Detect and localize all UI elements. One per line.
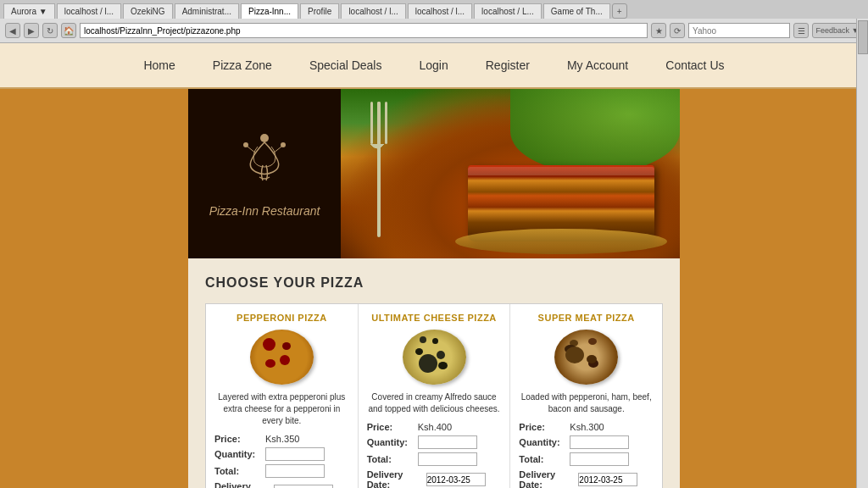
pepperoni-quantity-label: Quantity: [214, 449, 265, 459]
svg-line-2 [273, 147, 281, 153]
meat-desc: Loaded with pepperoni, ham, beef, bacon … [519, 391, 654, 415]
bookmark-button[interactable]: ★ [651, 23, 666, 38]
food-visual [341, 89, 680, 258]
hero-banner: Pizza-Inn Restaurant [188, 89, 680, 258]
meat-total-input[interactable] [570, 452, 629, 466]
nav-pizza-zone[interactable]: Pizza Zone [194, 43, 291, 87]
pepperoni-quantity-input[interactable] [265, 447, 325, 461]
pepperoni-total-label: Total: [214, 466, 265, 476]
pepperoni-image [250, 330, 314, 385]
meat-quantity-input[interactable] [570, 435, 629, 449]
new-tab-button[interactable]: + [612, 3, 627, 19]
nav-register[interactable]: Register [467, 43, 548, 87]
section-title: CHOOSE YOUR PIZZA [205, 275, 663, 291]
browser-chrome: Aurora ▼ localhost / l... OzekiNG Admini… [0, 0, 868, 43]
tab-7[interactable]: localhost / L... [474, 3, 542, 19]
tab-6[interactable]: localhost / l... [408, 3, 472, 19]
meat-name: SUPER MEAT PIZZA [519, 313, 654, 323]
scrollbar-thumb[interactable] [858, 20, 868, 54]
forward-button[interactable]: ▶ [24, 23, 39, 38]
nav-login[interactable]: Login [400, 43, 466, 87]
home-button[interactable]: 🏠 [61, 23, 76, 38]
svg-line-1 [248, 147, 256, 153]
meat-total-row: Total: [519, 452, 654, 466]
pizza-grid: PEPPERONI PIZZA Layered with extra peppe… [205, 303, 663, 488]
nav-special-deals[interactable]: Special Deals [291, 43, 401, 87]
feedback-button[interactable]: Feedback ▼ [812, 23, 863, 38]
cheese-price-label: Price: [367, 422, 418, 432]
cheese-desc: Covered in creamy Alfredo sauce and topp… [367, 391, 502, 415]
tab-1[interactable]: localhost / l... [57, 3, 121, 19]
hero-ornament-icon [239, 130, 290, 196]
pepperoni-desc: Layered with extra pepperoni plus extra … [214, 391, 349, 427]
navigation: Home Pizza Zone Special Deals Login Regi… [0, 43, 868, 89]
nav-contact-us[interactable]: Contact Us [647, 43, 743, 87]
aurora-tab[interactable]: Aurora ▼ [3, 3, 55, 19]
hero-left: Pizza-Inn Restaurant [188, 89, 341, 258]
tab-pizza[interactable]: Pizza-Inn... [241, 3, 298, 19]
pepperoni-quantity-row: Quantity: [214, 447, 349, 461]
cheese-name: ULTIMATE CHEESE PIZZA [367, 313, 502, 323]
pepperoni-total-row: Total: [214, 464, 349, 478]
meat-delivery-input[interactable] [578, 473, 637, 486]
pepperoni-name: PEPPERONI PIZZA [214, 313, 349, 323]
address-bar[interactable] [80, 23, 648, 38]
svg-rect-6 [370, 102, 373, 144]
hero-restaurant-name: Pizza-Inn Restaurant [209, 204, 320, 218]
pepperoni-price-value: Ksh.350 [265, 434, 299, 444]
cheese-price-value: Ksh.400 [418, 422, 452, 432]
tab-5[interactable]: localhost / l... [341, 3, 405, 19]
meat-delivery-label: Delivery Date: [519, 469, 578, 488]
cheese-quantity-label: Quantity: [367, 437, 418, 447]
meat-image [554, 330, 618, 385]
menu-button[interactable]: ☰ [793, 23, 809, 38]
pepperoni-delivery-row: Delivery Date: [214, 481, 349, 488]
cheese-total-input[interactable] [418, 452, 477, 466]
tab-3[interactable]: Administrat... [175, 3, 239, 19]
scrollbar[interactable] [856, 19, 868, 488]
refresh-button[interactable]: ⟳ [670, 23, 685, 38]
pepperoni-price-row: Price: Ksh.350 [214, 434, 349, 444]
pepperoni-total-input[interactable] [265, 464, 325, 478]
cheese-delivery-row: Delivery Date: [367, 469, 502, 488]
cheese-quantity-row: Quantity: [367, 435, 502, 449]
back-button[interactable]: ◀ [5, 23, 20, 38]
tab-game[interactable]: Game of Th... [543, 3, 610, 19]
svg-point-0 [260, 134, 269, 142]
cheese-total-label: Total: [367, 454, 418, 464]
svg-point-4 [281, 142, 286, 147]
meat-quantity-row: Quantity: [519, 435, 654, 449]
meat-delivery-row: Delivery Date: [519, 469, 654, 488]
main-content: CHOOSE YOUR PIZZA PEPPERONI PIZZA Layere… [188, 258, 680, 488]
cheese-delivery-label: Delivery Date: [367, 469, 426, 488]
browser-tabs: Aurora ▼ localhost / l... OzekiNG Admini… [0, 0, 868, 19]
pepperoni-delivery-input[interactable] [274, 485, 333, 488]
meat-quantity-label: Quantity: [519, 437, 570, 447]
pizza-col-cheese: ULTIMATE CHEESE PIZZA Covered in creamy … [359, 304, 511, 488]
cheese-price-row: Price: Ksh.400 [367, 422, 502, 432]
meat-price-label: Price: [519, 422, 570, 432]
cheese-quantity-input[interactable] [418, 435, 477, 449]
meat-price-value: Ksh.300 [570, 422, 604, 432]
cheese-total-row: Total: [367, 452, 502, 466]
pizza-col-meat: SUPER MEAT PIZZA Loaded with pepperoni, … [510, 304, 662, 488]
meat-total-label: Total: [519, 454, 570, 464]
reload-button[interactable]: ↻ [42, 23, 58, 38]
lettuce-decoration [510, 89, 680, 174]
pepperoni-price-label: Price: [214, 434, 265, 444]
tab-2[interactable]: OzekiNG [123, 3, 173, 19]
hero-food-image [341, 89, 680, 258]
browser-toolbar: ◀ ▶ ↻ 🏠 ★ ⟳ ☰ Feedback ▼ [0, 19, 868, 42]
nav-home[interactable]: Home [125, 43, 193, 87]
search-bar[interactable] [688, 23, 790, 38]
pizza-col-pepperoni: PEPPERONI PIZZA Layered with extra peppe… [206, 304, 359, 488]
cheese-delivery-input[interactable] [426, 473, 486, 486]
nav-my-account[interactable]: My Account [548, 43, 647, 87]
website: Home Pizza Zone Special Deals Login Regi… [0, 43, 868, 488]
pepperoni-delivery-label: Delivery Date: [214, 481, 274, 488]
tab-profile[interactable]: Profile [300, 3, 339, 19]
meat-price-row: Price: Ksh.300 [519, 422, 654, 432]
cheese-image [403, 330, 466, 385]
svg-rect-8 [377, 102, 381, 144]
svg-rect-7 [385, 102, 387, 144]
